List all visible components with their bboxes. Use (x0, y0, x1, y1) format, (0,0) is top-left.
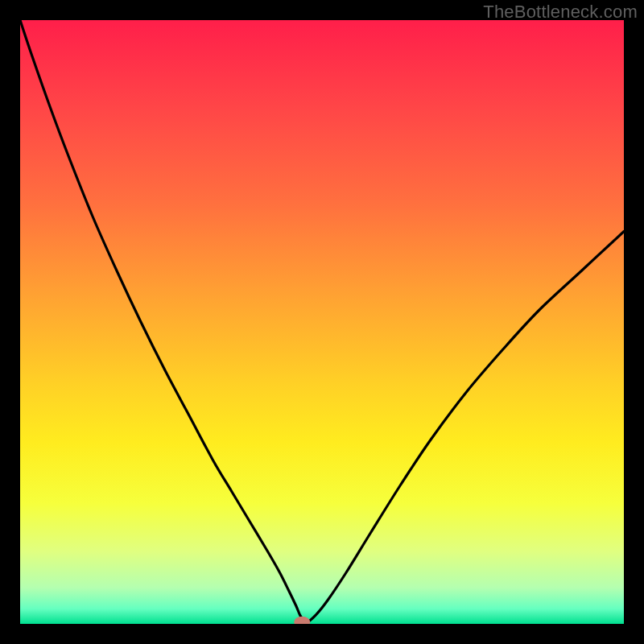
chart-svg (20, 20, 624, 624)
chart-frame: TheBottleneck.com (0, 0, 644, 644)
plot-area (20, 20, 624, 624)
gradient-background (20, 20, 624, 624)
